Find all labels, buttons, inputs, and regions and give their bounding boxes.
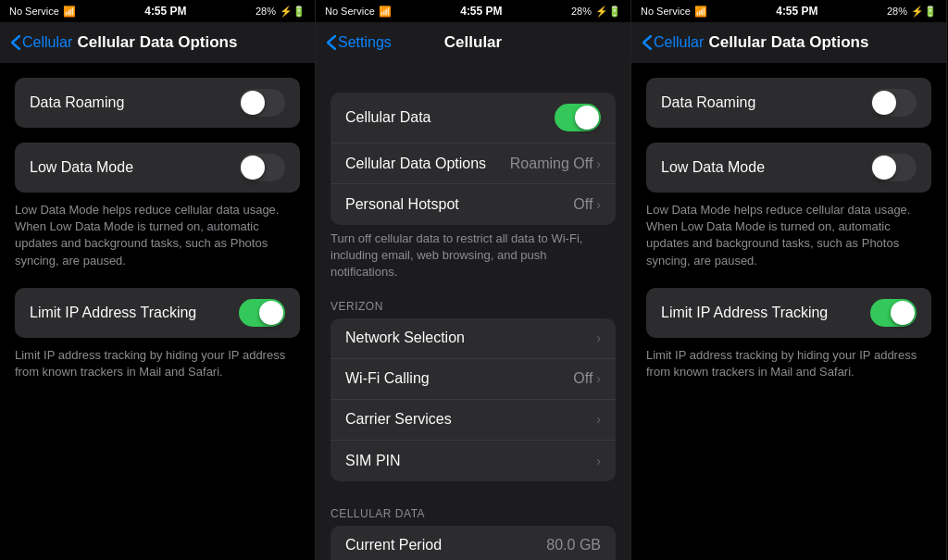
verizon-label: VERIZON <box>316 292 630 318</box>
nav-bar-left: Cellular Cellular Data Options <box>0 22 315 63</box>
status-bar-right: No Service 📶 4:55 PM 28% ⚡🔋 <box>631 0 946 22</box>
limit-ip-toggle[interactable] <box>239 299 285 327</box>
sim-pin-label: SIM PIN <box>345 453 401 469</box>
cellular-description: Turn off cellular data to restrict all d… <box>316 225 630 292</box>
data-roaming-toggle[interactable] <box>239 89 285 117</box>
sim-pin-row[interactable]: SIM PIN › <box>331 441 616 481</box>
data-roaming-label-right: Data Roaming <box>661 94 755 111</box>
limit-ip-label-right: Limit IP Address Tracking <box>661 305 828 321</box>
limit-ip-group-right: Limit IP Address Tracking <box>631 288 946 338</box>
no-service-middle: No Service <box>325 6 375 17</box>
cellular-data-toggle[interactable] <box>555 104 601 131</box>
chevron-icon-cdo: › <box>596 156 601 171</box>
low-data-desc-right: Low Data Mode helps reduce cellular data… <box>631 196 946 269</box>
verizon-group: Network Selection › Wi-Fi Calling Off › … <box>331 318 616 481</box>
personal-hotspot-value: Off <box>573 196 592 213</box>
right-panel: No Service 📶 4:55 PM 28% ⚡🔋 Cellular Cel… <box>631 0 947 560</box>
nav-bar-right: Cellular Cellular Data Options <box>631 22 946 63</box>
low-data-group: Low Data Mode <box>0 143 315 193</box>
battery-percent-right: 28% <box>887 6 907 17</box>
no-service-right: No Service <box>641 6 691 17</box>
cellular-data-options-row[interactable]: Cellular Data Options Roaming Off › <box>331 143 616 184</box>
current-period-row: Current Period 80.0 GB <box>331 526 616 560</box>
nav-title-middle: Cellular <box>444 33 502 52</box>
chevron-icon-wc: › <box>596 371 601 386</box>
data-roaming-group-right: Data Roaming <box>631 78 946 128</box>
no-service-left: No Service <box>9 6 59 17</box>
wifi-icon-right: 📶 <box>694 6 707 18</box>
current-period-label: Current Period <box>345 537 442 554</box>
low-data-label-right: Low Data Mode <box>661 159 765 176</box>
carrier-services-label: Carrier Services <box>345 411 452 428</box>
limit-ip-label: Limit IP Address Tracking <box>30 305 196 321</box>
limit-ip-row[interactable]: Limit IP Address Tracking <box>15 288 300 338</box>
middle-panel: No Service 📶 4:55 PM 28% ⚡🔋 Settings Cel… <box>316 0 631 560</box>
limit-ip-toggle-right[interactable] <box>870 299 917 327</box>
limit-ip-desc-right: Limit IP address tracking by hiding your… <box>631 342 946 380</box>
nav-title-left: Cellular Data Options <box>78 33 238 52</box>
low-data-label: Low Data Mode <box>30 159 133 176</box>
status-bar-left: No Service 📶 4:55 PM 28% ⚡🔋 <box>0 0 315 22</box>
time-middle: 4:55 PM <box>460 5 502 18</box>
wifi-icon-middle: 📶 <box>379 6 392 18</box>
cellular-data-options-label: Cellular Data Options <box>345 156 486 172</box>
personal-hotspot-row[interactable]: Personal Hotspot Off › <box>331 184 616 225</box>
battery-icon-middle: ⚡🔋 <box>595 6 621 18</box>
data-roaming-toggle-right[interactable] <box>870 89 917 117</box>
chevron-icon-cs: › <box>596 412 601 427</box>
wifi-calling-label: Wi-Fi Calling <box>345 370 430 387</box>
carrier-services-row[interactable]: Carrier Services › <box>331 400 616 441</box>
limit-ip-desc: Limit IP address tracking by hiding your… <box>0 342 315 380</box>
data-roaming-row-right[interactable]: Data Roaming <box>646 78 931 128</box>
chevron-icon-ph: › <box>596 197 601 212</box>
current-period-value: 80.0 GB <box>546 537 601 554</box>
content-middle: Cellular Data Cellular Data Options Roam… <box>316 63 630 560</box>
wifi-calling-value: Off <box>573 370 592 387</box>
low-data-row[interactable]: Low Data Mode <box>15 143 300 193</box>
limit-ip-row-right[interactable]: Limit IP Address Tracking <box>646 288 931 338</box>
cellular-data-row[interactable]: Cellular Data <box>331 93 616 143</box>
data-roaming-label: Data Roaming <box>30 94 124 111</box>
personal-hotspot-label: Personal Hotspot <box>345 196 459 213</box>
low-data-row-right[interactable]: Low Data Mode <box>646 143 931 193</box>
battery-icon-left: ⚡🔋 <box>280 6 306 18</box>
cellular-data-options-value: Roaming Off <box>510 156 593 172</box>
left-panel: No Service 📶 4:55 PM 28% ⚡🔋 Cellular Cel… <box>0 0 316 560</box>
chevron-icon-sp: › <box>596 454 601 468</box>
battery-percent-left: 28% <box>256 6 276 17</box>
cellular-data-label-section: CELLULAR DATA <box>316 500 630 526</box>
network-selection-label: Network Selection <box>345 330 465 346</box>
low-data-desc: Low Data Mode helps reduce cellular data… <box>0 196 315 269</box>
cellular-data-label: Cellular Data <box>345 109 430 126</box>
low-data-toggle[interactable] <box>239 154 285 181</box>
time-right: 4:55 PM <box>776 5 817 18</box>
chevron-icon-ns: › <box>596 330 601 345</box>
low-data-group-right: Low Data Mode <box>631 143 946 193</box>
low-data-toggle-right[interactable] <box>870 154 917 181</box>
data-roaming-row[interactable]: Data Roaming <box>15 78 300 128</box>
battery-icon-right: ⚡🔋 <box>911 6 937 18</box>
wifi-icon-left: 📶 <box>63 6 76 18</box>
network-selection-row[interactable]: Network Selection › <box>331 318 616 359</box>
data-roaming-group: Data Roaming <box>0 78 315 128</box>
battery-percent-middle: 28% <box>571 6 592 17</box>
back-button-right[interactable]: Cellular <box>642 34 704 51</box>
nav-bar-middle: Settings Cellular <box>316 22 630 63</box>
content-left: Data Roaming Low Data Mode Low Data Mode… <box>0 63 315 560</box>
nav-title-right: Cellular Data Options <box>709 33 869 52</box>
wifi-calling-row[interactable]: Wi-Fi Calling Off › <box>331 359 616 400</box>
time-left: 4:55 PM <box>144 5 186 18</box>
limit-ip-group: Limit IP Address Tracking <box>0 288 315 338</box>
back-button-left[interactable]: Cellular <box>11 34 72 51</box>
status-bar-middle: No Service 📶 4:55 PM 28% ⚡🔋 <box>316 0 630 22</box>
content-right: Data Roaming Low Data Mode Low Data Mode… <box>631 63 946 560</box>
back-button-middle[interactable]: Settings <box>327 34 392 51</box>
cellular-top-group: Cellular Data Cellular Data Options Roam… <box>331 93 616 225</box>
